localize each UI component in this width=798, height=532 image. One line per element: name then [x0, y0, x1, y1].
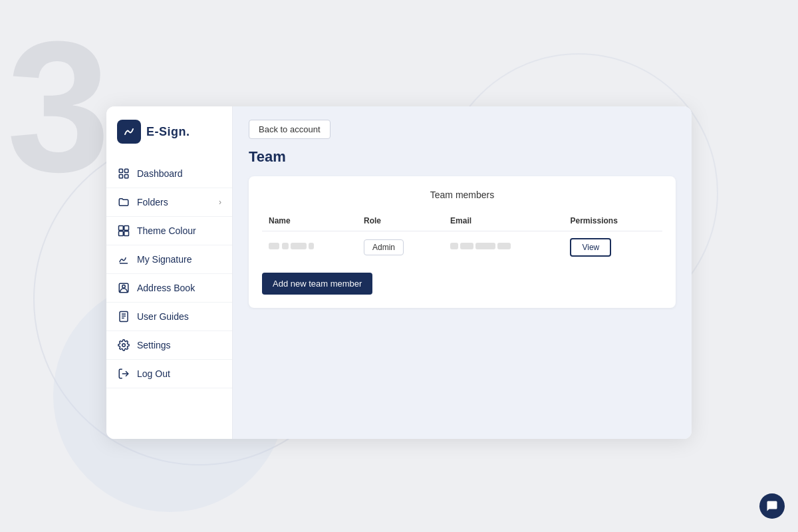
name-blur-1: [269, 243, 279, 249]
member-email: [444, 231, 563, 264]
svg-rect-3: [125, 175, 128, 178]
col-name: Name: [262, 211, 357, 231]
col-email: Email: [444, 211, 563, 231]
svg-point-9: [122, 285, 126, 289]
sidebar-item-dashboard[interactable]: Dashboard: [106, 160, 232, 188]
role-badge: Admin: [364, 239, 404, 255]
sidebar-item-label: Folders: [137, 197, 168, 207]
log-out-icon: [117, 367, 130, 380]
svg-rect-6: [119, 231, 124, 236]
sidebar: E-Sign. Dashboard Folders › Theme Colour…: [106, 106, 233, 439]
page-title: Team: [249, 148, 676, 166]
sidebar-item-settings[interactable]: Settings: [106, 331, 232, 360]
theme-icon: [117, 224, 130, 237]
team-table-body: Admin View: [262, 231, 662, 264]
sidebar-item-label: Settings: [137, 340, 171, 350]
team-table-head: NameRoleEmailPermissions: [262, 211, 662, 231]
logo-area: E-Sign.: [106, 120, 232, 160]
back-to-account-button[interactable]: Back to account: [249, 120, 331, 139]
folders-icon: [117, 196, 130, 209]
main-content: Back to account Team Team members NameRo…: [233, 106, 692, 439]
name-blur-4: [309, 243, 314, 249]
sidebar-nav: Dashboard Folders › Theme Colour My Sign…: [106, 160, 232, 388]
member-role: Admin: [357, 231, 444, 264]
email-blur-3: [475, 243, 495, 249]
sidebar-item-label: Dashboard: [137, 168, 183, 179]
sidebar-item-log-out[interactable]: Log Out: [106, 360, 232, 388]
sidebar-item-folders[interactable]: Folders ›: [106, 188, 232, 217]
sidebar-item-label: Theme Colour: [137, 225, 196, 236]
email-blur-2: [460, 243, 473, 249]
team-table: NameRoleEmailPermissions Admin View: [262, 211, 662, 263]
col-role: Role: [357, 211, 444, 231]
user-guides-icon: [117, 310, 130, 323]
svg-rect-1: [125, 169, 128, 172]
svg-rect-2: [119, 175, 122, 178]
svg-rect-5: [124, 226, 129, 231]
chevron-right-icon: ›: [219, 198, 221, 207]
view-permissions-button[interactable]: View: [570, 238, 611, 257]
logo-icon: [117, 120, 141, 144]
sidebar-item-label: My Signature: [137, 254, 192, 265]
sidebar-item-theme-colour[interactable]: Theme Colour: [106, 217, 232, 245]
sidebar-item-label: Log Out: [137, 368, 170, 379]
dashboard-icon: [117, 167, 130, 180]
signature-icon: [117, 253, 130, 266]
sidebar-item-user-guides[interactable]: User Guides: [106, 303, 232, 331]
svg-point-15: [122, 344, 126, 347]
name-blur-2: [282, 243, 289, 249]
chat-button[interactable]: [759, 493, 785, 519]
address-book-icon: [117, 281, 130, 295]
member-permissions: View: [563, 231, 662, 264]
svg-rect-7: [124, 231, 129, 236]
svg-rect-0: [119, 169, 122, 172]
email-blur-1: [450, 243, 458, 249]
add-team-member-button[interactable]: Add new team member: [262, 273, 372, 295]
window-card: E-Sign. Dashboard Folders › Theme Colour…: [106, 106, 692, 439]
team-card: Team members NameRoleEmailPermissions Ad…: [249, 176, 676, 308]
sidebar-item-my-signature[interactable]: My Signature: [106, 245, 232, 274]
sidebar-item-address-book[interactable]: Address Book: [106, 274, 232, 303]
logo-text: E-Sign.: [146, 125, 190, 139]
sidebar-item-label: Address Book: [137, 283, 195, 293]
name-blur-3: [291, 243, 307, 249]
svg-rect-4: [119, 226, 124, 231]
member-name: [262, 231, 357, 264]
team-card-title: Team members: [262, 190, 662, 200]
settings-icon: [117, 338, 130, 352]
sidebar-item-label: User Guides: [137, 311, 189, 322]
table-row: Admin View: [262, 231, 662, 264]
email-blur-4: [497, 243, 511, 249]
col-permissions: Permissions: [563, 211, 662, 231]
